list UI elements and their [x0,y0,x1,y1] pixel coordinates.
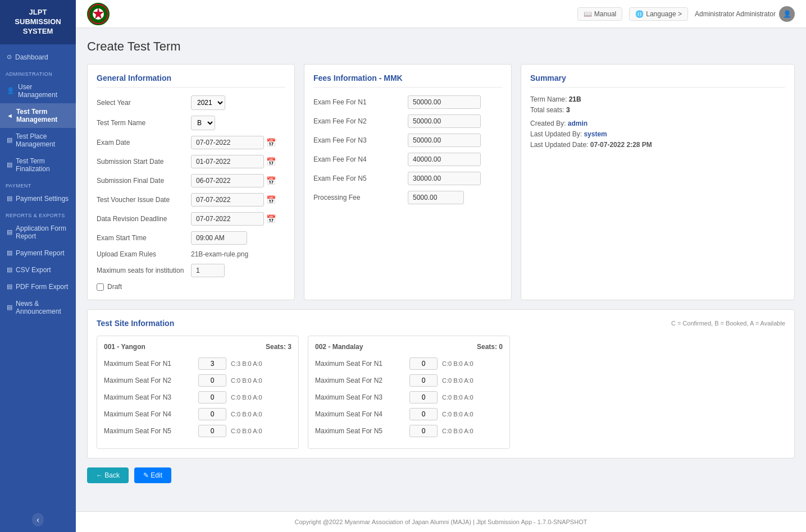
language-icon: 🌐 [635,10,644,18]
exam-fee-n3-input[interactable] [408,134,481,147]
mandalay-n2-input[interactable] [409,374,438,387]
mandalay-n4-row: Maximum Seat For N4 C:0 B:0 A:0 [315,408,503,420]
exam-start-time-label: Exam Start Time [97,234,186,242]
exam-start-time-input[interactable] [191,231,247,245]
exam-fee-n5-row: Exam Fee For N5 [313,172,502,185]
mandalay-n3-stats: C:0 B:0 A:0 [442,394,473,401]
news-icon: ▤ [7,304,12,311]
submission-final-date-input[interactable] [191,174,264,187]
site-cards-row: 001 - Yangon Seats: 3 Maximum Seat For N… [97,336,785,449]
max-seats-label: Maximum seats for institution [97,267,186,274]
yangon-n4-row: Maximum Seat For N4 C:0 B:0 A:0 [104,408,292,420]
edit-button[interactable]: ✎ Edit [134,467,171,483]
sidebar-item-user-management[interactable]: 👤 User Management [0,79,76,103]
processing-fee-row: Processing Fee [313,191,502,204]
yangon-n5-input[interactable] [198,425,226,437]
sidebar-item-payment-report[interactable]: ▤ Payment Report [0,245,76,262]
test-voucher-issue-date-input[interactable] [191,193,264,207]
max-seats-input[interactable] [191,264,225,277]
right-content: 📖 Manual 🌐 Language > Administrator Admi… [76,0,806,532]
exam-fee-n1-input[interactable] [408,95,481,109]
manual-icon: 📖 [584,10,592,18]
sidebar-collapse-button[interactable]: ‹ [32,513,44,526]
submission-start-date-field: 📅 [191,155,276,168]
site-yangon-name: 001 - Yangon [104,343,145,351]
mandalay-n2-label: Maximum Seat For N2 [315,377,405,384]
mandalay-n2-stats: C:0 B:0 A:0 [442,377,473,384]
page-title: Create Test Term [87,39,795,54]
mandalay-n3-label: Maximum Seat For N3 [315,393,405,401]
submission-final-date-calendar-icon[interactable]: 📅 [266,176,276,185]
topbar: 📖 Manual 🌐 Language > Administrator Admi… [76,0,806,28]
mandalay-n3-input[interactable] [409,391,438,403]
yangon-n5-row: Maximum Seat For N5 C:0 B:0 A:0 [104,425,292,437]
language-button[interactable]: 🌐 Language > [629,7,688,21]
select-year-input[interactable]: 2021 2022 [191,95,225,110]
site-card-yangon: 001 - Yangon Seats: 3 Maximum Seat For N… [97,336,299,449]
topbar-logo [87,3,110,25]
sidebar-item-test-term-management[interactable]: ◄ Test Term Management [0,103,76,128]
exam-fee-n2-label: Exam Fee For N2 [313,117,403,125]
exam-date-input[interactable] [191,136,264,149]
yangon-n2-row: Maximum Seat For N2 C:0 B:0 A:0 [104,374,292,387]
submission-start-date-calendar-icon[interactable]: 📅 [266,157,276,166]
footer-text: Copyright @2022 Myanmar Association of J… [295,519,588,525]
yangon-n4-input[interactable] [198,408,226,420]
sidebar-item-payment-settings[interactable]: ▤ Payment Settings [0,190,76,207]
dashboard-icon: ⊙ [7,53,12,61]
yangon-n2-stats: C:0 B:0 A:0 [231,377,262,384]
exam-date-row: Exam Date 📅 [97,136,285,149]
sidebar-item-csv-export[interactable]: ▤ CSV Export [0,262,76,278]
manual-button[interactable]: 📖 Manual [577,7,622,21]
exam-fee-n2-input[interactable] [408,114,481,128]
site-card-yangon-header: 001 - Yangon Seats: 3 [104,343,292,351]
processing-fee-input[interactable] [408,191,464,204]
exam-date-calendar-icon[interactable]: 📅 [266,138,276,147]
yangon-n3-input[interactable] [198,391,226,403]
sidebar-item-application-form-report[interactable]: ▤ Application Form Report [0,220,76,245]
mandalay-n1-input[interactable] [409,357,438,370]
payment-report-icon: ▤ [7,249,12,256]
site-card-mandalay: 002 - Mandalay Seats: 0 Maximum Seat For… [308,336,510,449]
sidebar-item-news-announcement[interactable]: ▤ News & Announcement [0,295,76,320]
exam-fee-n1-label: Exam Fee For N1 [313,98,403,106]
mandalay-n5-input[interactable] [409,425,438,437]
site-mandalay-seats: Seats: 0 [477,343,503,351]
total-seats-line: Total seats: 3 [530,106,785,114]
yangon-n5-label: Maximum Seat For N5 [104,427,194,435]
sidebar-item-pdf-form-export[interactable]: ▤ PDF Form Export [0,278,76,295]
yangon-n4-stats: C:0 B:0 A:0 [231,411,262,418]
sidebar-item-test-term-finalization[interactable]: ▤ Test Term Finalization [0,153,76,177]
exam-fee-n5-input[interactable] [408,172,481,185]
test-term-name-input[interactable]: B A [191,116,215,130]
test-voucher-issue-date-calendar-icon[interactable]: 📅 [266,195,276,204]
data-revision-deadline-field: 📅 [191,212,276,226]
general-info-title: General Information [97,74,285,88]
site-yangon-seats: Seats: 3 [266,343,292,351]
payment-icon: ▤ [7,195,12,202]
data-revision-deadline-calendar-icon[interactable]: 📅 [266,214,276,223]
finalization-icon: ▤ [7,161,12,168]
exam-fee-n4-input[interactable] [408,153,481,166]
yangon-n1-label: Maximum Seat For N1 [104,360,194,368]
yangon-n2-input[interactable] [198,374,226,387]
upload-exam-rules-value: 21B-exam-rule.png [191,250,248,258]
back-button[interactable]: ← Back [87,467,129,483]
sidebar-item-dashboard[interactable]: ⊙ Dashboard [0,49,76,66]
fees-info-title: Fees Information - MMK [313,74,502,88]
logo-image [87,3,110,25]
yangon-n3-label: Maximum Seat For N3 [104,393,194,401]
processing-fee-label: Processing Fee [313,194,403,201]
mandalay-n4-input[interactable] [409,408,438,420]
test-site-legend: C = Confirmed, B = Booked, A = Available [671,320,785,327]
yangon-n1-row: Maximum Seat For N1 C:3 B:0 A:0 [104,357,292,370]
sidebar-item-test-place-management[interactable]: ▤ Test Place Management [0,128,76,153]
sidebar-section-payment: PAYMENT [0,177,76,190]
yangon-n1-input[interactable] [198,357,226,370]
select-year-row: Select Year 2021 2022 [97,95,285,110]
submission-start-date-input[interactable] [191,155,264,168]
draft-checkbox[interactable] [97,283,104,291]
general-info-card: General Information Select Year 2021 202… [87,64,295,300]
avatar: 👤 [779,6,795,22]
data-revision-deadline-input[interactable] [191,212,264,226]
